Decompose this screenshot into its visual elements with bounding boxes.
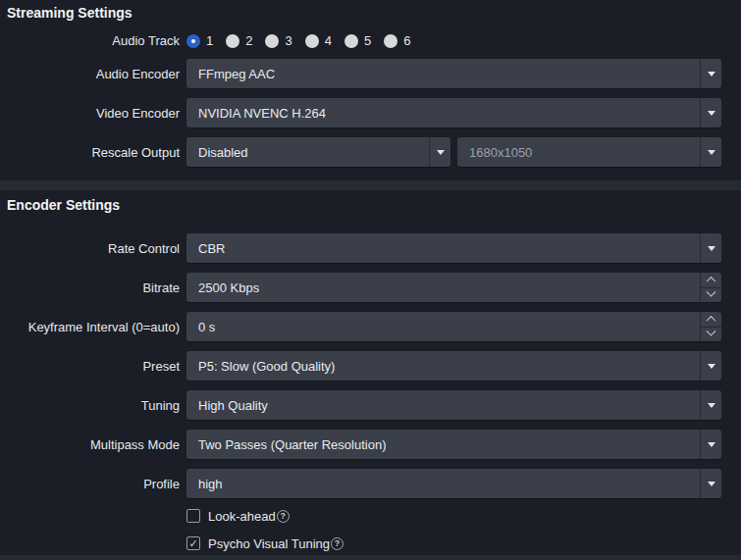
spin-down-button[interactable] [701, 288, 721, 303]
dropdown-arrow-button[interactable] [700, 98, 721, 127]
help-icon[interactable]: ? [331, 537, 344, 550]
dropdown-arrow-button[interactable] [700, 469, 721, 498]
chevron-down-icon [708, 72, 715, 76]
profile-dropdown[interactable]: high [186, 469, 721, 498]
audio-track-radio-3[interactable]: 3 [265, 33, 291, 48]
multipass-mode-value: Two Passes (Quarter Resolution) [186, 437, 386, 452]
audio-track-radio-group: 123456 [186, 33, 423, 48]
radio-icon[interactable] [344, 34, 358, 48]
radio-label: 5 [364, 33, 371, 48]
rescale-output-label: Rescale Output [0, 145, 180, 160]
look-ahead-label: Look-ahead [208, 509, 276, 524]
rescale-mode-dropdown[interactable]: Disabled [186, 137, 450, 167]
audio-encoder-row: Audio Encoder FFmpeg AAC [0, 59, 741, 88]
radio-label: 4 [325, 33, 332, 48]
rescale-resolution-dropdown: 1680x1050 [457, 137, 721, 167]
chevron-down-icon [708, 403, 715, 408]
profile-label: Profile [0, 477, 180, 491]
encoder-settings-title: Encoder Settings [0, 190, 741, 212]
profile-value: high [186, 477, 223, 491]
radio-label: 2 [245, 33, 252, 48]
rate-control-value: CBR [186, 241, 225, 256]
audio-track-radio-6[interactable]: 6 [384, 33, 410, 48]
bitrate-value: 2500 Kbps [186, 280, 259, 295]
keyframe-interval-row: Keyframe Interval (0=auto) 0 s [0, 312, 741, 341]
bitrate-row: Bitrate 2500 Kbps [0, 273, 741, 302]
video-encoder-value: NVIDIA NVENC H.264 [186, 106, 326, 121]
radio-icon[interactable] [265, 34, 279, 48]
video-encoder-row: Video Encoder NVIDIA NVENC H.264 [0, 98, 741, 127]
radio-label: 3 [285, 33, 291, 48]
chevron-down-icon [707, 287, 716, 297]
video-encoder-dropdown[interactable]: NVIDIA NVENC H.264 [186, 98, 721, 127]
spin-buttons [700, 312, 721, 341]
preset-dropdown[interactable]: P5: Slow (Good Quality) [186, 351, 721, 381]
rescale-resolution-value: 1680x1050 [457, 145, 532, 160]
look-ahead-row: Look-ahead ? [0, 508, 741, 524]
psycho-visual-tuning-checkbox[interactable] [186, 536, 200, 550]
keyframe-interval-label: Keyframe Interval (0=auto) [0, 320, 180, 334]
bitrate-spinbox[interactable]: 2500 Kbps [186, 273, 721, 302]
multipass-mode-dropdown[interactable]: Two Passes (Quarter Resolution) [186, 430, 721, 459]
video-encoder-label: Video Encoder [0, 106, 180, 121]
rescale-output-row: Rescale Output Disabled 1680x1050 [0, 137, 741, 167]
spin-up-button[interactable] [701, 312, 721, 328]
multipass-mode-row: Multipass Mode Two Passes (Quarter Resol… [0, 430, 741, 459]
radio-icon[interactable] [226, 34, 239, 48]
tuning-row: Tuning High Quality [0, 390, 741, 420]
dropdown-arrow-button[interactable] [700, 351, 721, 381]
streaming-settings-section: Streaming Settings Audio Track 123456 Au… [0, 0, 741, 180]
preset-row: Preset P5: Slow (Good Quality) [0, 351, 741, 381]
audio-track-radio-4[interactable]: 4 [305, 33, 332, 48]
streaming-settings-title: Streaming Settings [0, 0, 741, 22]
chevron-up-icon [707, 316, 716, 326]
audio-track-radio-5[interactable]: 5 [344, 33, 371, 48]
tuning-label: Tuning [0, 398, 180, 413]
audio-encoder-label: Audio Encoder [0, 67, 180, 81]
radio-icon[interactable] [186, 34, 200, 48]
multipass-mode-label: Multipass Mode [0, 437, 180, 452]
look-ahead-checkbox-wrap[interactable]: Look-ahead ? [186, 509, 290, 524]
chevron-up-icon [707, 277, 716, 286]
dropdown-arrow-button[interactable] [700, 59, 721, 88]
preset-label: Preset [0, 359, 180, 374]
tuning-dropdown[interactable]: High Quality [186, 390, 721, 420]
radio-icon[interactable] [305, 34, 319, 48]
chevron-down-icon [708, 150, 715, 155]
chevron-down-icon [708, 111, 715, 116]
rate-control-row: Rate Control CBR [0, 233, 741, 263]
dropdown-arrow-button[interactable] [700, 390, 721, 420]
chevron-down-icon [708, 246, 715, 251]
spin-buttons [700, 273, 721, 302]
chevron-down-icon [708, 364, 715, 369]
radio-label: 6 [403, 33, 410, 48]
look-ahead-checkbox[interactable] [186, 509, 200, 523]
bitrate-label: Bitrate [0, 280, 180, 295]
dropdown-arrow-button[interactable] [700, 233, 721, 263]
audio-track-radio-2[interactable]: 2 [226, 33, 252, 48]
spin-down-button[interactable] [701, 328, 721, 342]
psycho-visual-tuning-row: Psycho Visual Tuning ? [0, 535, 741, 551]
audio-track-row: Audio Track 123456 [0, 32, 741, 49]
audio-encoder-dropdown[interactable]: FFmpeg AAC [186, 59, 721, 88]
rate-control-dropdown[interactable]: CBR [186, 233, 721, 263]
dropdown-arrow-button[interactable] [429, 137, 450, 167]
help-icon[interactable]: ? [277, 510, 290, 523]
psycho-visual-tuning-label: Psycho Visual Tuning [208, 536, 330, 551]
audio-track-label: Audio Track [0, 33, 180, 48]
rescale-mode-value: Disabled [186, 145, 248, 160]
chevron-down-icon [708, 482, 715, 486]
profile-row: Profile high [0, 469, 741, 498]
chevron-down-icon [708, 442, 715, 447]
dropdown-arrow-button[interactable] [700, 430, 721, 459]
encoder-settings-section: Encoder Settings Rate Control CBR Bitrat… [0, 190, 741, 555]
radio-icon[interactable] [384, 34, 397, 48]
chevron-down-icon [437, 150, 445, 155]
spin-up-button[interactable] [701, 273, 721, 288]
keyframe-interval-value: 0 s [186, 320, 215, 334]
keyframe-interval-spinbox[interactable]: 0 s [186, 312, 721, 341]
preset-value: P5: Slow (Good Quality) [186, 359, 335, 374]
audio-encoder-value: FFmpeg AAC [186, 67, 275, 81]
psycho-visual-tuning-checkbox-wrap[interactable]: Psycho Visual Tuning ? [186, 536, 344, 551]
audio-track-radio-1[interactable]: 1 [186, 33, 213, 48]
